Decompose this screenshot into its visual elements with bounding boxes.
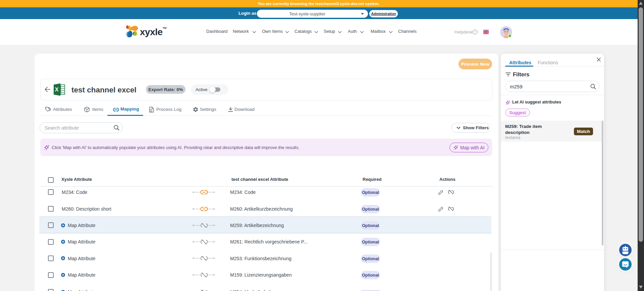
svg-text:?: ?	[474, 30, 476, 34]
svg-text:X: X	[55, 87, 59, 92]
